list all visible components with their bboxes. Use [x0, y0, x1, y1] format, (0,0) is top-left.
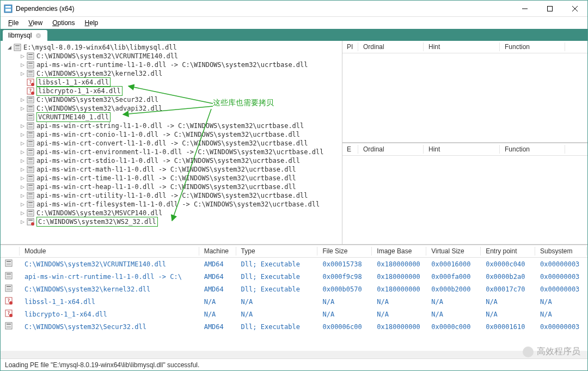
col-virtualsize[interactable]: Virtual Size: [427, 245, 481, 257]
tree-row[interactable]: ?libcrypto-1_1-x64.dll: [3, 87, 340, 95]
svg-rect-63: [28, 196, 33, 198]
expander-icon[interactable]: ▷: [19, 60, 26, 69]
imports-pane[interactable]: PI Ordinal Hint Function: [342, 41, 587, 143]
svg-point-27: [31, 92, 34, 95]
tree-row[interactable]: ▷api-ms-win-crt-stdio-l1-1-0.dll -> C:\W…: [3, 156, 340, 165]
tree-row[interactable]: ▷C:\WINDOWS\system32\VCRUNTIME140.dll: [3, 52, 340, 60]
col-function[interactable]: Function: [500, 41, 566, 53]
tab-close-icon[interactable]: [35, 32, 42, 39]
tree-row[interactable]: ▷api-ms-win-crt-utility-l1-1-0.dll -> C:…: [3, 191, 340, 200]
pe-icon: [27, 96, 34, 104]
expander-icon[interactable]: ▷: [19, 200, 26, 209]
exports-pane[interactable]: E Ordinal Hint Function: [342, 143, 587, 245]
tab-libmysql[interactable]: libmysql: [3, 30, 47, 41]
tree-row[interactable]: ▷api-ms-win-crt-heap-l1-1-0.dll -> C:\WI…: [3, 183, 340, 191]
tree-row[interactable]: ▷C:\WINDOWS\system32\Secur32.dll: [3, 95, 340, 104]
svg-rect-92: [7, 324, 11, 325]
menu-view[interactable]: View: [24, 18, 47, 28]
tree-row[interactable]: ▷api-ms-win-crt-convert-l1-1-0.dll -> C:…: [3, 139, 340, 148]
menu-file[interactable]: File: [4, 18, 23, 28]
expander-icon[interactable]: ▷: [19, 148, 26, 156]
col-module[interactable]: Module: [20, 245, 200, 257]
expander-icon[interactable]: ▷: [19, 139, 26, 148]
expander-icon[interactable]: ▷: [19, 69, 26, 78]
hscrollbar[interactable]: [1, 351, 587, 358]
expander-icon[interactable]: ▷: [19, 130, 26, 139]
tree-row[interactable]: ▷api-ms-win-crt-filesystem-l1-1-0.dll ->…: [3, 200, 340, 209]
close-button[interactable]: [562, 1, 587, 17]
tree-row[interactable]: ◢E:\mysql-8.0.19-winx64\lib\libmysql.dll: [3, 43, 340, 52]
svg-point-87: [9, 301, 13, 305]
table-row[interactable]: ?libcrypto-1_1-x64.dllN/AN/AN/AN/AN/AN/A…: [1, 308, 587, 320]
svg-rect-65: [28, 202, 33, 203]
tree-row[interactable]: ▷api-ms-win-crt-string-l1-1-0.dll -> C:\…: [3, 121, 340, 130]
pe-icon: [1, 322, 20, 331]
table-row[interactable]: api-ms-win-crt-runtime-l1-1-0.dll -> C:\…: [1, 270, 587, 283]
expander-icon[interactable]: ◢: [6, 43, 13, 52]
expander-icon[interactable]: ▷: [19, 209, 26, 217]
col-subsystem[interactable]: Subsystem: [536, 245, 587, 257]
svg-rect-33: [28, 108, 33, 111]
table-row[interactable]: C:\WINDOWS\system32\Secur32.dllAMD64Dll;…: [1, 320, 587, 333]
svg-rect-36: [28, 117, 33, 119]
menu-options[interactable]: Options: [48, 18, 79, 28]
tree-row[interactable]: ▷api-ms-win-crt-math-l1-1-0.dll -> C:\WI…: [3, 165, 340, 174]
col-e[interactable]: E: [342, 143, 359, 155]
expander-icon[interactable]: ▷: [19, 174, 26, 183]
maximize-button[interactable]: [537, 1, 562, 17]
expander-icon[interactable]: ▷: [19, 217, 26, 226]
tree-row[interactable]: ▷C:\WINDOWS\system32\advapi32.dll: [3, 104, 340, 113]
menu-help[interactable]: Help: [81, 18, 103, 28]
svg-rect-48: [28, 152, 33, 154]
col-pi[interactable]: PI: [342, 41, 359, 53]
app-icon: [4, 4, 13, 13]
pe-icon: [1, 272, 20, 281]
svg-rect-66: [28, 204, 33, 206]
col-entrypoint[interactable]: Entry point: [481, 245, 536, 257]
col-function2[interactable]: Function: [500, 143, 566, 155]
expander-icon[interactable]: ▷: [19, 165, 26, 174]
col-hint[interactable]: Hint: [424, 41, 500, 53]
pe-icon: [27, 157, 34, 165]
pe-icon: [27, 52, 34, 60]
svg-rect-53: [28, 167, 33, 168]
tree-row[interactable]: ▷api-ms-win-crt-conio-l1-1-0.dll -> C:\W…: [3, 130, 340, 139]
col-machine[interactable]: Machine: [200, 245, 237, 257]
col-filesize[interactable]: File Size: [318, 245, 372, 257]
titlebar: Dependencies (x64): [1, 1, 587, 17]
tree-row[interactable]: ▷api-ms-win-crt-runtime-l1-1-0.dll -> C:…: [3, 60, 340, 69]
expander-icon[interactable]: ▷: [19, 191, 26, 200]
tree-row[interactable]: ▷api-ms-win-crt-time-l1-1-0.dll -> C:\WI…: [3, 174, 340, 183]
tree-row[interactable]: ▷api-ms-win-crt-environment-l1-1-0.dll -…: [3, 148, 340, 156]
expander-icon[interactable]: ▷: [19, 183, 26, 191]
col-icon[interactable]: [1, 245, 20, 257]
expander-icon[interactable]: ▷: [19, 52, 26, 60]
tree-pane[interactable]: ◢E:\mysql-8.0.19-winx64\lib\libmysql.dll…: [1, 41, 342, 244]
col-type[interactable]: Type: [237, 245, 318, 257]
col-imagebase[interactable]: Image Base: [372, 245, 427, 257]
module-list[interactable]: Module Machine Type File Size Image Base…: [1, 245, 587, 351]
table-row[interactable]: C:\WINDOWS\system32\VCRUNTIME140.dllAMD6…: [1, 258, 587, 270]
svg-rect-21: [28, 74, 33, 76]
col-ordinal2[interactable]: Ordinal: [359, 143, 424, 155]
minimize-button[interactable]: [512, 1, 537, 17]
error-icon: ?: [1, 297, 20, 306]
tree-row[interactable]: ▷C:\WINDOWS\system32\MSVCP140.dll: [3, 209, 340, 217]
tree-row[interactable]: ?libssl-1_1-x64.dll: [3, 78, 340, 87]
tree-row[interactable]: VCRUNTIME140_1.dll: [3, 113, 340, 121]
table-row[interactable]: ?libssl-1_1-x64.dllN/AN/AN/AN/AN/AN/AN/A: [1, 295, 587, 308]
col-hint2[interactable]: Hint: [424, 143, 500, 155]
expander-icon[interactable]: ▷: [19, 121, 26, 130]
svg-rect-15: [28, 56, 33, 58]
table-row[interactable]: C:\WINDOWS\system32\kernel32.dllAMD64Dll…: [1, 283, 587, 295]
pe-icon: [27, 174, 34, 182]
col-ordinal[interactable]: Ordinal: [359, 41, 424, 53]
expander-icon[interactable]: ▷: [19, 95, 26, 104]
pe-icon: [27, 105, 34, 112]
tree-row[interactable]: ▷C:\WINDOWS\system32\kernel32.dll: [3, 69, 340, 78]
svg-rect-54: [28, 169, 33, 172]
expander-icon[interactable]: ▷: [19, 104, 26, 113]
svg-rect-81: [7, 276, 11, 278]
expander-icon[interactable]: ▷: [19, 156, 26, 165]
tree-row[interactable]: ▷C:\WINDOWS\system32\WS2_32.dll: [3, 217, 340, 226]
